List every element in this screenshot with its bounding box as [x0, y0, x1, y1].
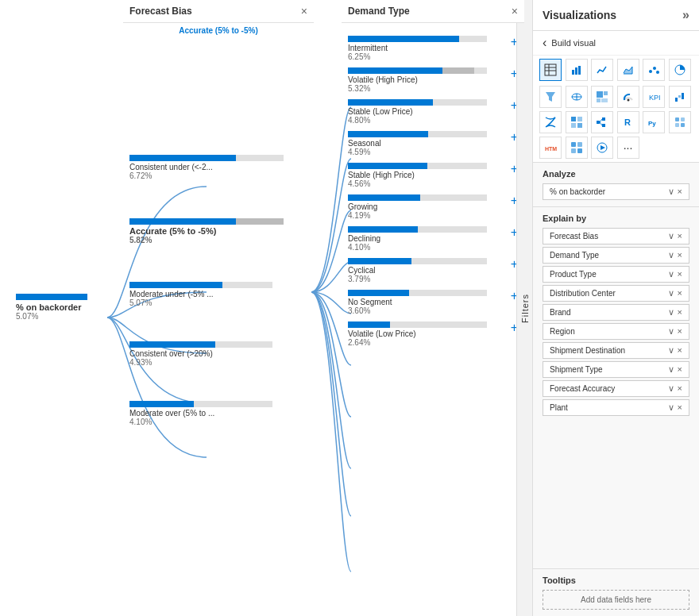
svg-rect-41 — [577, 142, 582, 147]
svg-point-7 — [649, 70, 652, 73]
dt-item-1[interactable]: Volatile (High Price) 5.32% + — [348, 67, 518, 93]
viz-icon-gauge[interactable] — [617, 86, 639, 108]
svg-rect-30 — [602, 124, 605, 127]
viz-icon-line[interactable] — [591, 59, 613, 81]
dt-label-8: No Segment — [348, 298, 518, 306]
ef1-remove[interactable]: × — [678, 250, 682, 260]
viz-icon-decomp[interactable] — [591, 111, 613, 133]
ef7-remove[interactable]: × — [678, 364, 682, 375]
viz-expand-btn[interactable]: » — [682, 8, 689, 22]
ef9-chevron[interactable]: ∨ — [668, 402, 674, 413]
analyze-label: Analyze — [543, 169, 689, 179]
ef3-chevron[interactable]: ∨ — [668, 288, 674, 298]
tree-chart: % on backorder 5.07% Forecast Bias × Acc… — [0, 0, 532, 616]
explain-field-9[interactable]: Plant ∨× — [543, 399, 689, 416]
fb-item-0[interactable]: Consistent under (<-2... 6.72% — [129, 155, 307, 180]
dt-item-4[interactable]: Stable (High Price) 4.56% + — [348, 163, 518, 188]
ef8-remove[interactable]: × — [678, 383, 682, 394]
viz-icons-row3: R Py — [533, 110, 699, 135]
ef5-chevron[interactable]: ∨ — [668, 326, 674, 337]
viz-icon-funnel[interactable] — [539, 86, 562, 108]
dt-item-3[interactable]: Seasonal 4.59% + — [348, 131, 518, 156]
ef7-chevron[interactable]: ∨ — [668, 364, 674, 375]
filters-sidebar[interactable]: Filters — [516, 0, 532, 616]
ef2-remove[interactable]: × — [678, 269, 682, 279]
viz-icon-tile[interactable] — [566, 137, 588, 159]
demand-type-header: Demand Type × — [342, 0, 524, 23]
ef3-remove[interactable]: × — [678, 288, 682, 298]
analyze-remove[interactable]: × — [678, 187, 682, 197]
viz-icon-table[interactable] — [539, 59, 562, 81]
svg-rect-42 — [571, 148, 576, 153]
dt-item-2[interactable]: Stable (Low Price) 4.80% + — [348, 99, 518, 125]
ef8-chevron[interactable]: ∨ — [668, 383, 674, 394]
analyze-field-pill[interactable]: % on backorder ∨ × — [543, 183, 689, 200]
dt-item-8[interactable]: No Segment 3.60% + — [348, 290, 518, 315]
svg-rect-22 — [678, 95, 681, 98]
svg-text:Py: Py — [648, 120, 656, 127]
fb-item-1-active[interactable]: Accurate (5% to -5%) 5.82% — [129, 218, 307, 244]
svg-rect-17 — [597, 98, 601, 102]
ef0-remove[interactable]: × — [678, 231, 682, 241]
explain-field-5[interactable]: Region ∨× — [543, 323, 689, 340]
svg-rect-35 — [675, 117, 679, 121]
explain-label-9: Plant — [550, 403, 568, 412]
explain-field-1[interactable]: Demand Type ∨× — [543, 247, 689, 264]
viz-icon-more[interactable]: ··· — [617, 137, 639, 159]
dt-value-7: 3.79% — [348, 275, 518, 283]
ef5-remove[interactable]: × — [678, 326, 682, 337]
viz-icon-r[interactable]: R — [617, 111, 639, 133]
viz-panel-header: Visualizations » — [533, 0, 699, 31]
tooltips-label: Tooltips — [543, 576, 689, 585]
explain-field-3[interactable]: Distribution Center ∨× — [543, 285, 689, 302]
viz-icon-html[interactable]: HTML — [539, 137, 562, 159]
svg-rect-28 — [597, 121, 600, 124]
viz-icon-extra[interactable] — [669, 111, 691, 133]
viz-icon-treemap[interactable] — [591, 86, 613, 108]
explain-by-section: Explain by Forecast Bias ∨× Demand Type … — [533, 207, 699, 568]
ef4-chevron[interactable]: ∨ — [668, 307, 674, 318]
add-fields-box[interactable]: Add data fields here — [543, 590, 689, 610]
explain-field-2[interactable]: Product Type ∨× — [543, 266, 689, 283]
ef6-remove[interactable]: × — [678, 345, 682, 356]
viz-icon-play[interactable] — [591, 137, 613, 159]
dt-item-9[interactable]: Volatile (Low Price) 2.64% + — [348, 321, 518, 347]
dt-item-0[interactable]: Intermittent 6.25% + — [348, 36, 518, 61]
fb-item-2[interactable]: Moderate under (-5% ... 5.07% — [129, 282, 307, 307]
viz-icon-waterfall[interactable] — [669, 86, 691, 108]
viz-icon-map[interactable] — [566, 86, 588, 108]
ef2-chevron[interactable]: ∨ — [668, 269, 674, 279]
demand-type-close[interactable]: × — [512, 5, 518, 17]
viz-icon-python[interactable]: Py — [643, 111, 665, 133]
ef0-chevron[interactable]: ∨ — [668, 231, 674, 241]
fb-item-3[interactable]: Consistent over (>20%) 4.93% — [129, 341, 307, 367]
viz-panel-title: Visualizations — [543, 9, 616, 21]
explain-field-8[interactable]: Forecast Accuracy ∨× — [543, 380, 689, 397]
svg-rect-6 — [578, 66, 581, 75]
back-icon[interactable]: ‹ — [543, 36, 546, 50]
analyze-chevron[interactable]: ∨ — [668, 187, 674, 197]
dt-label-0: Intermittent — [348, 44, 518, 52]
explain-field-7[interactable]: Shipment Type ∨× — [543, 361, 689, 378]
ef1-chevron[interactable]: ∨ — [668, 250, 674, 260]
forecast-bias-close[interactable]: × — [301, 5, 307, 17]
ef4-remove[interactable]: × — [678, 307, 682, 318]
explain-field-6[interactable]: Shipment Destination ∨× — [543, 342, 689, 359]
ef9-remove[interactable]: × — [678, 402, 682, 413]
viz-icon-scatter[interactable] — [643, 59, 665, 81]
explain-field-0[interactable]: Forecast Bias ∨× — [543, 228, 689, 244]
viz-icon-kpi[interactable]: KPI — [643, 86, 665, 108]
viz-icon-bar[interactable] — [566, 59, 588, 81]
page-wrapper: ⛉ ⊡ ··· — [0, 0, 699, 616]
viz-icon-ribbon[interactable] — [539, 111, 562, 133]
dt-item-5[interactable]: Growing 4.19% + — [348, 194, 518, 220]
viz-icon-pie[interactable] — [669, 59, 691, 81]
viz-icon-matrix[interactable] — [566, 111, 588, 133]
fb-item-4[interactable]: Moderate over (5% to ... 4.10% — [129, 401, 307, 426]
dt-item-7[interactable]: Cyclical 3.79% + — [348, 258, 518, 283]
viz-icon-area[interactable] — [617, 59, 639, 81]
explain-field-4[interactable]: Brand ∨× — [543, 304, 689, 321]
ef6-chevron[interactable]: ∨ — [668, 345, 674, 356]
svg-rect-23 — [682, 93, 684, 99]
dt-item-6[interactable]: Declining 4.10% + — [348, 226, 518, 252]
